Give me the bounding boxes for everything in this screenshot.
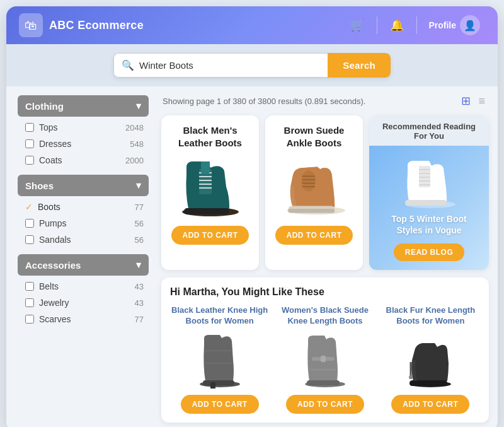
tops-label: Tops [39, 122, 120, 132]
filter-item-scarves: Scarves 77 [18, 311, 149, 327]
search-icon: 🔍 [122, 59, 134, 71]
recommended-card: Recommended Reading For You [369, 115, 489, 270]
scarves-checkbox[interactable] [25, 315, 34, 324]
search-section: 🔍 Search [6, 44, 498, 86]
header-divider-2 [416, 16, 417, 34]
rec-title-1: Black Leather Knee High Boots for Women [170, 305, 269, 327]
chevron-down-icon-acc: ▾ [136, 259, 141, 271]
products-row: Black Men's Leather Boots [161, 115, 489, 270]
rec-image-3 [402, 332, 459, 389]
profile-icon: 👤 [464, 20, 476, 32]
add-to-cart-button-2[interactable]: ADD TO CART [275, 226, 353, 245]
shoes-label: Shoes [25, 180, 54, 191]
avatar: 👤 [460, 15, 480, 35]
header-logo: 🛍 ABC Ecommerce [19, 13, 336, 37]
sidebar: Clothing ▾ Tops 2048 Dresses 548 Coats 2… [6, 86, 156, 427]
belts-count: 43 [135, 282, 144, 291]
svg-rect-23 [405, 200, 447, 206]
boot-image-1 [173, 155, 248, 218]
recommendations-grid: Black Leather Knee High Boots for Women [170, 305, 480, 414]
pumps-checkbox[interactable] [25, 219, 34, 228]
add-to-cart-button-rec-2[interactable]: ADD TO CART [286, 395, 364, 414]
add-to-cart-button-rec-1[interactable]: ADD TO CART [181, 395, 259, 414]
boots-checkmark: ✓ [25, 202, 33, 212]
rec-title-2: Women's Black Suede Knee Length Boots [275, 305, 374, 327]
filter-header-clothing[interactable]: Clothing ▾ [18, 95, 149, 117]
personalized-title: Hi Martha, You Might Like These [170, 286, 480, 298]
rec-boot-image-1 [192, 332, 248, 389]
list-view-button[interactable]: ≡ [476, 93, 488, 109]
profile-label: Profile [428, 20, 456, 30]
boots-label: Boots [38, 202, 130, 212]
search-bar: 🔍 Search [113, 53, 391, 78]
dresses-count: 548 [130, 139, 144, 149]
bell-icon: 🔔 [390, 18, 404, 32]
svg-rect-37 [410, 380, 447, 386]
filter-section-accessories: Accessories ▾ Belts 43 Jewelry 43 Scarve… [18, 254, 149, 327]
belts-checkbox[interactable] [25, 282, 34, 291]
header-divider-1 [377, 16, 377, 34]
main-layout: Clothing ▾ Tops 2048 Dresses 548 Coats 2… [6, 86, 498, 427]
search-button[interactable]: Search [328, 53, 391, 78]
search-input-wrap: 🔍 [113, 53, 328, 78]
header-icons: 🛒 🔔 Profile 👤 [344, 13, 485, 38]
app-title: ABC Ecommerce [49, 19, 144, 32]
results-bar: Showing page 1 of 380 of 3800 results (0… [161, 93, 489, 109]
jewelry-label: Jewelry [39, 298, 130, 308]
view-toggle: ⊞ ≡ [459, 93, 488, 109]
sandals-checkbox[interactable] [25, 235, 34, 244]
boots-count: 77 [135, 202, 144, 212]
search-input[interactable] [139, 54, 320, 77]
content-area: Showing page 1 of 380 of 3800 results (0… [156, 86, 498, 427]
filter-item-jewelry: Jewelry 43 [18, 295, 149, 311]
recommendations-section: Hi Martha, You Might Like These Black Le… [161, 278, 489, 423]
read-blog-button[interactable]: READ BLOG [394, 243, 465, 261]
jewelry-checkbox[interactable] [25, 298, 34, 307]
logo-icon: 🛍 [19, 13, 43, 37]
pumps-count: 56 [135, 219, 144, 228]
scarves-count: 77 [135, 315, 144, 324]
sandals-label: Sandals [39, 235, 130, 245]
svg-point-36 [409, 375, 413, 379]
recommended-image-area: Top 5 Winter Boot Styles in Vogue READ B… [369, 146, 489, 270]
recommended-boot-image [394, 155, 464, 208]
filter-item-belts: Belts 43 [18, 278, 149, 295]
boot-image-2 [277, 155, 352, 218]
grid-view-button[interactable]: ⊞ [459, 93, 473, 109]
product-card-2: Brown Suede Ankle Boots [265, 115, 363, 270]
chevron-down-icon: ▾ [136, 100, 141, 112]
product-image-2 [277, 155, 352, 218]
rec-title-3: Black Fur Knee Length Boots for Women [381, 305, 480, 327]
filter-section-clothing: Clothing ▾ Tops 2048 Dresses 548 Coats 2… [18, 95, 149, 168]
rec-image-2 [297, 332, 353, 389]
svg-rect-7 [184, 208, 229, 214]
notifications-button[interactable]: 🔔 [384, 15, 410, 36]
product-card-1: Black Men's Leather Boots [161, 115, 259, 270]
add-to-cart-button-1[interactable]: ADD TO CART [171, 226, 249, 245]
app-window: 🛍 ABC Ecommerce 🛒 🔔 Profile 👤 🔍 [6, 6, 498, 427]
chevron-down-icon-shoes: ▾ [136, 180, 141, 191]
svg-rect-31 [321, 356, 326, 362]
filter-section-shoes: Shoes ▾ ✓ Boots 77 Pumps 56 Sandals 56 [18, 175, 149, 248]
rec-card-2: Women's Black Suede Knee Length Boots [275, 305, 374, 414]
add-to-cart-button-rec-3[interactable]: ADD TO CART [391, 395, 469, 414]
accessories-label: Accessories [25, 260, 81, 271]
dresses-checkbox[interactable] [25, 139, 34, 148]
header: 🛍 ABC Ecommerce 🛒 🔔 Profile 👤 [6, 6, 498, 44]
tops-count: 2048 [125, 123, 144, 132]
filter-item-pumps: Pumps 56 [18, 215, 149, 231]
tops-checkbox[interactable] [25, 123, 34, 132]
coats-count: 2000 [125, 156, 144, 165]
rec-boot-image-3 [402, 332, 459, 389]
filter-header-shoes[interactable]: Shoes ▾ [18, 175, 149, 196]
rec-card-3: Black Fur Knee Length Boots for Women [381, 305, 480, 414]
cart-button[interactable]: 🛒 [344, 15, 370, 36]
svg-rect-15 [288, 209, 335, 213]
profile-button[interactable]: Profile 👤 [423, 13, 485, 38]
scarves-label: Scarves [39, 314, 130, 324]
dresses-label: Dresses [39, 139, 125, 149]
coats-checkbox[interactable] [25, 156, 34, 165]
filter-item-dresses: Dresses 548 [18, 136, 149, 152]
rec-boot-image-2 [297, 332, 353, 389]
filter-header-accessories[interactable]: Accessories ▾ [18, 254, 149, 276]
